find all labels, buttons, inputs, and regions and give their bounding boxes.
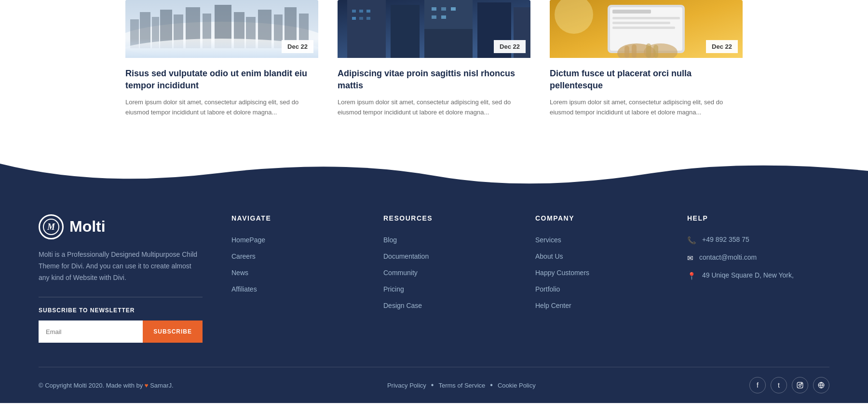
- svg-rect-38: [612, 10, 651, 14]
- list-item: Portfolio: [535, 285, 678, 293]
- co-link-help-center[interactable]: Help Center: [535, 302, 571, 309]
- email-icon: ✉: [687, 254, 693, 263]
- nav-link-homepage[interactable]: HomePage: [231, 236, 265, 244]
- svg-rect-41: [612, 27, 675, 29]
- svg-rect-44: [624, 46, 629, 58]
- list-item: HomePage: [231, 236, 374, 244]
- cookie-policy-link[interactable]: Cookie Policy: [498, 382, 536, 389]
- help-address-text: 49 Uniqe Square D, New York,: [702, 271, 794, 279]
- footer-col-resources: RESOURCES Blog Documentation Community P…: [383, 214, 526, 343]
- blog-card-1-date: Dec 22: [282, 40, 313, 53]
- blog-card-3-title: Dictum fusce ut placerat orci nulla pell…: [550, 68, 743, 92]
- instagram-icon[interactable]: [792, 377, 808, 393]
- brand-logo: M Molti: [39, 214, 203, 239]
- svg-rect-40: [612, 22, 670, 24]
- svg-rect-28: [366, 17, 370, 20]
- svg-rect-5: [160, 10, 172, 48]
- blog-card-1-title: Risus sed vulputate odio ut enim blandit…: [125, 68, 318, 92]
- globe-icon[interactable]: [813, 377, 829, 393]
- footer-copyright: © Copyright Molti 2020. Made with by ♥ S…: [39, 382, 174, 389]
- blog-cards-section: Dec 22 Risus sed vulputate odio ut enim …: [0, 0, 868, 147]
- list-item: Blog: [383, 236, 526, 244]
- facebook-icon[interactable]: f: [749, 377, 766, 393]
- list-item: About Us: [535, 252, 678, 261]
- blog-card-3-date: Dec 22: [706, 40, 738, 53]
- list-item: Pricing: [383, 285, 526, 293]
- blog-card-2-title: Adipiscing vitae proin sagittis nisl rho…: [338, 68, 530, 92]
- privacy-policy-link[interactable]: Privacy Policy: [387, 382, 426, 389]
- svg-rect-12: [258, 10, 271, 48]
- footer-col-resources-list: Blog Documentation Community Pricing Des…: [383, 236, 526, 310]
- newsletter-subscribe-button[interactable]: SUBSCRIBE: [143, 320, 203, 343]
- svg-rect-39: [612, 17, 680, 19]
- res-link-blog[interactable]: Blog: [383, 236, 397, 244]
- footer-brand: M Molti Molti is a Professionally Design…: [39, 214, 203, 343]
- list-item: Documentation: [383, 252, 526, 261]
- co-link-portfolio[interactable]: Portfolio: [535, 285, 560, 293]
- nav-link-careers[interactable]: Careers: [231, 252, 256, 260]
- footer-col-navigate-list: HomePage Careers News Affiliates: [231, 236, 374, 293]
- footer-nav-columns: NAVIGATE HomePage Careers News Affiliate…: [231, 214, 829, 343]
- newsletter-email-input[interactable]: [39, 320, 143, 343]
- svg-rect-45: [632, 44, 637, 58]
- svg-rect-18: [347, 0, 386, 58]
- phone-icon: 📞: [687, 236, 696, 245]
- svg-rect-47: [653, 45, 658, 58]
- blog-card-1-excerpt: Lorem ipsum dolor sit amet, consectetur …: [125, 98, 318, 118]
- help-email-address: contact@molti.com: [699, 253, 757, 261]
- svg-rect-3: [140, 12, 150, 48]
- svg-point-53: [801, 383, 802, 384]
- svg-rect-25: [352, 17, 356, 20]
- svg-rect-19: [391, 5, 420, 58]
- list-item: Happy Customers: [535, 268, 678, 277]
- svg-rect-11: [246, 17, 256, 48]
- list-item: Community: [383, 268, 526, 277]
- co-link-services[interactable]: Services: [535, 236, 561, 244]
- heart-icon: ♥: [145, 382, 149, 389]
- co-link-happy-customers[interactable]: Happy Customers: [535, 269, 589, 277]
- newsletter-label: SUBSCRIBE TO NEWSLETTER: [39, 307, 203, 314]
- terms-link[interactable]: Terms of Service: [438, 382, 485, 389]
- help-phone: 📞 +49 892 358 75: [687, 236, 829, 245]
- co-link-about[interactable]: About Us: [535, 252, 563, 260]
- footer-col-help-title: HELP: [687, 214, 829, 222]
- location-icon: 📍: [687, 272, 696, 280]
- blog-card-3-excerpt: Lorem ipsum dolor sit amet, consectetur …: [550, 98, 743, 118]
- svg-rect-46: [646, 43, 651, 58]
- footer-col-company: COMPANY Services About Us Happy Customer…: [535, 214, 678, 343]
- footer-col-help: HELP 📞 +49 892 358 75 ✉ contact@molti.co…: [687, 214, 829, 343]
- svg-rect-23: [352, 10, 356, 13]
- blog-card-image-2: Dec 22: [338, 0, 530, 58]
- separator: •: [431, 381, 434, 390]
- twitter-icon[interactable]: t: [771, 377, 787, 393]
- svg-rect-2: [130, 19, 139, 48]
- svg-rect-4: [152, 17, 159, 48]
- nav-link-affiliates[interactable]: Affiliates: [231, 285, 257, 293]
- list-item: Design Case: [383, 301, 526, 310]
- blog-card-2-date: Dec 22: [494, 40, 526, 53]
- svg-rect-9: [215, 5, 231, 48]
- svg-rect-6: [174, 14, 183, 48]
- newsletter-form: SUBSCRIBE: [39, 320, 203, 343]
- blog-card-2: Dec 22 Adipiscing vitae proin sagittis n…: [338, 0, 530, 118]
- svg-rect-10: [234, 12, 244, 48]
- blog-card-image-1: Dec 22: [125, 0, 318, 58]
- list-item: Affiliates: [231, 285, 374, 293]
- res-link-community[interactable]: Community: [383, 269, 418, 277]
- footer-bottom: © Copyright Molti 2020. Made with by ♥ S…: [39, 367, 829, 403]
- svg-rect-34: [424, 0, 473, 29]
- footer-bottom-links: Privacy Policy • Terms of Service • Cook…: [387, 381, 536, 390]
- res-link-pricing[interactable]: Pricing: [383, 285, 404, 293]
- res-link-design-case[interactable]: Design Case: [383, 302, 422, 309]
- list-item: Careers: [231, 252, 374, 261]
- separator: •: [490, 381, 493, 390]
- res-link-documentation[interactable]: Documentation: [383, 252, 429, 260]
- blog-card-1: Dec 22 Risus sed vulputate odio ut enim …: [125, 0, 318, 118]
- nav-link-news[interactable]: News: [231, 269, 248, 277]
- blog-card-3: Dec 22 Dictum fusce ut placerat orci nul…: [550, 0, 743, 118]
- footer-col-resources-title: RESOURCES: [383, 214, 526, 222]
- help-phone-number: +49 892 358 75: [702, 236, 749, 243]
- blog-card-2-excerpt: Lorem ipsum dolor sit amet, consectetur …: [338, 98, 530, 118]
- list-item: Services: [535, 236, 678, 244]
- svg-rect-26: [359, 17, 363, 20]
